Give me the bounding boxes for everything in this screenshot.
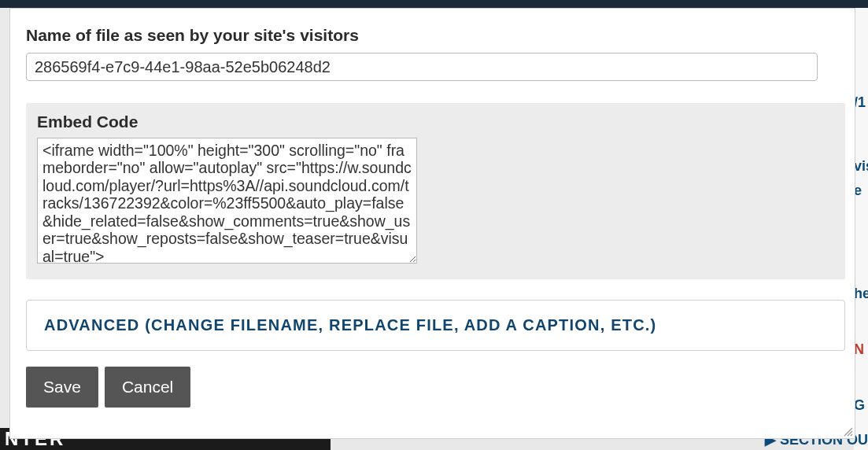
embed-code-textarea[interactable] xyxy=(37,138,417,264)
bg-text-frag: /1 xyxy=(854,94,868,111)
svg-line-2 xyxy=(851,434,852,436)
save-button[interactable]: Save xyxy=(26,367,98,408)
bg-text-frag: G xyxy=(854,397,868,414)
cancel-button[interactable]: Cancel xyxy=(105,367,190,408)
bg-text-frag: e xyxy=(854,183,868,199)
bg-text-frag: vis xyxy=(854,158,868,175)
resize-handle-icon[interactable] xyxy=(842,426,853,437)
bg-text-frag: he xyxy=(854,286,868,302)
advanced-toggle-link[interactable]: ADVANCED (CHANGE FILENAME, REPLACE FILE,… xyxy=(44,316,656,334)
file-edit-modal: Name of file as seen by your site's visi… xyxy=(9,8,855,439)
filename-label: Name of file as seen by your site's visi… xyxy=(26,26,839,45)
filename-input[interactable] xyxy=(26,53,818,81)
app-topbar-fragment xyxy=(0,0,868,8)
advanced-panel[interactable]: ADVANCED (CHANGE FILENAME, REPLACE FILE,… xyxy=(26,300,845,351)
embed-code-label: Embed Code xyxy=(37,112,834,131)
modal-button-row: Save Cancel xyxy=(26,367,839,408)
bg-left-fragment xyxy=(0,8,9,450)
bg-right-fragment: /1 vis e he N G xyxy=(854,8,868,450)
embed-code-block: Embed Code xyxy=(26,103,845,279)
bg-text-frag: N xyxy=(854,341,868,358)
